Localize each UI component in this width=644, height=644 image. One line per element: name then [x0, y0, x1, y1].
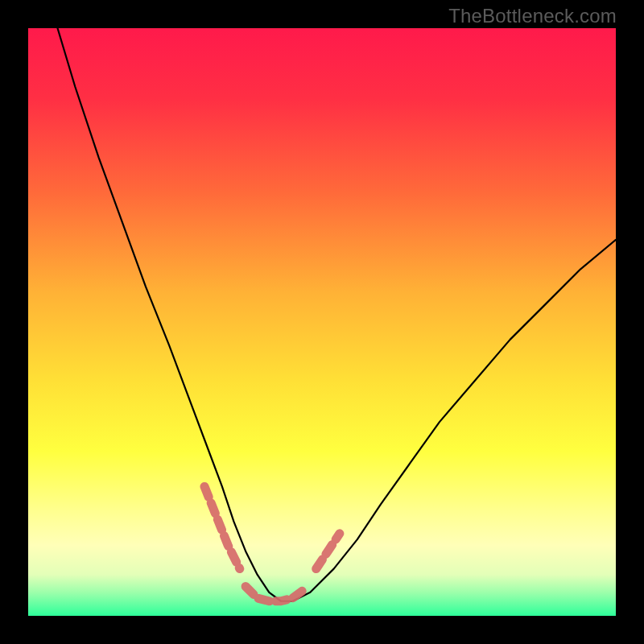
chart-frame: TheBottleneck.com [0, 0, 644, 644]
plot-area [28, 28, 616, 616]
watermark-text: TheBottleneck.com [448, 5, 617, 27]
chart-svg [28, 28, 616, 616]
